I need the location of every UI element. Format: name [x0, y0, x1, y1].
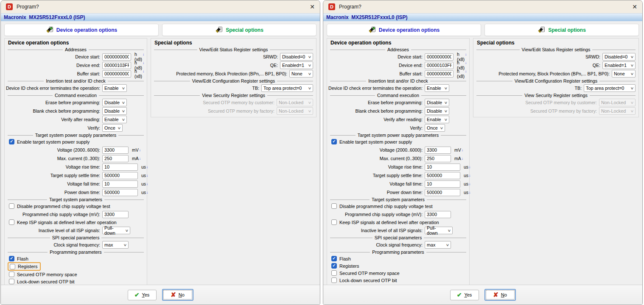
no-button[interactable]: ✘ No: [162, 289, 193, 301]
verify-after-select[interactable]: Enable∨: [102, 116, 127, 123]
tb-select[interactable]: Top area protect=0∨: [584, 84, 636, 92]
srwd-select[interactable]: Disabled=0∨: [280, 53, 313, 61]
lockdown-checkbox[interactable]: [9, 279, 14, 284]
down-arrow-icon: ↓: [146, 174, 148, 177]
id-check-select[interactable]: Enable∨: [102, 84, 127, 92]
chip-voltage-input[interactable]: [425, 211, 451, 218]
field-label: SRWD:: [263, 54, 278, 59]
erase-before-select[interactable]: Disable∨: [425, 99, 449, 106]
flash-checkbox[interactable]: [331, 256, 337, 261]
device-end-input[interactable]: [102, 62, 131, 69]
close-icon[interactable]: ✕: [310, 3, 315, 10]
voltage-input[interactable]: [425, 147, 451, 154]
field-label: SRWD:: [585, 54, 600, 59]
field-label: Voltage rise time:: [66, 164, 100, 169]
special-options-icon: [538, 26, 545, 34]
buffer-start-input[interactable]: [425, 70, 454, 78]
verify-after-select[interactable]: Enable∨: [425, 116, 449, 123]
section-target-system: Target system parameters: [8, 197, 144, 202]
qe-select[interactable]: Enabled=1∨: [280, 61, 313, 69]
device-start-input[interactable]: [102, 53, 131, 61]
checkbox-label: Lock-down secured OTP bit: [339, 278, 397, 283]
voltage-input[interactable]: [102, 147, 129, 154]
flash-checkbox[interactable]: [9, 256, 14, 261]
enable-power-checkbox[interactable]: [9, 139, 14, 144]
tab-device-operation-options[interactable]: Device operation options: [4, 24, 159, 36]
chevron-down-icon: ∨: [122, 109, 126, 113]
unit-label: mA↓: [454, 156, 463, 161]
checkbox-label: Keep ISP signals at defined level after …: [17, 220, 117, 225]
settle-time-input[interactable]: [102, 172, 138, 179]
rise-time-input[interactable]: [102, 164, 138, 171]
verify-select[interactable]: Once∨: [102, 124, 123, 132]
rise-time-input[interactable]: [425, 164, 460, 171]
device-end-input[interactable]: [425, 62, 454, 69]
srwd-select[interactable]: Disabled=0∨: [602, 53, 636, 61]
chevron-down-icon: ∨: [630, 64, 634, 67]
settle-time-input[interactable]: [425, 172, 460, 179]
chevron-down-icon: ∨: [630, 101, 634, 105]
chip-voltage-input[interactable]: [102, 211, 129, 218]
device-start-input[interactable]: [425, 53, 454, 61]
clock-frequency-select[interactable]: max∨: [102, 241, 129, 249]
blank-check-select[interactable]: Disable∨: [102, 107, 127, 115]
secured-otp-checkbox[interactable]: [331, 270, 337, 276]
secured-otp-checkbox[interactable]: [9, 272, 14, 277]
registers-row: Registers: [330, 262, 466, 269]
buffer-start-input[interactable]: [102, 70, 131, 78]
tab-device-label: Device operation options: [56, 27, 117, 33]
disable-voltage-test-checkbox[interactable]: [9, 203, 14, 209]
yes-button[interactable]: ✔ Yes: [128, 290, 157, 300]
tab-special-options[interactable]: Special options: [484, 24, 639, 36]
max-current-input[interactable]: [425, 155, 451, 162]
tab-special-label: Special options: [548, 27, 586, 33]
no-button[interactable]: ✘ No: [484, 289, 516, 301]
fall-time-input[interactable]: [102, 180, 138, 188]
enable-power-row: Enable target system power supply: [330, 138, 466, 145]
verify-select[interactable]: Once∨: [425, 124, 445, 132]
block-protection-select[interactable]: None∨: [289, 70, 313, 78]
blank-check-select[interactable]: Disable∨: [425, 107, 449, 115]
max-current-input[interactable]: [102, 155, 129, 162]
max-current-row: Max. current (0..300): mA↓: [8, 154, 144, 163]
field-label: Device ID check error terminates the ope…: [6, 86, 100, 91]
registers-checkbox[interactable]: [10, 264, 15, 269]
field-label: Buffer start:: [77, 71, 100, 76]
section-addresses: Addresses: [8, 47, 144, 53]
window-title: Program?: [339, 4, 361, 10]
erase-before-select[interactable]: Disable∨: [102, 99, 127, 106]
chevron-down-icon: ∨: [308, 72, 312, 76]
id-check-select[interactable]: Enable∨: [425, 84, 449, 92]
registers-checkbox[interactable]: [331, 263, 337, 269]
keep-isp-checkbox[interactable]: [9, 219, 14, 225]
unit-label: mV↓: [132, 147, 141, 152]
fall-time-input[interactable]: [425, 180, 460, 188]
registers-row: Registers: [8, 262, 41, 271]
settle-time-row: Target supply settle time: us↓: [8, 171, 144, 180]
lockdown-checkbox[interactable]: [331, 277, 337, 283]
keep-isp-checkbox[interactable]: [331, 219, 337, 225]
yes-button[interactable]: ✔ Yes: [450, 290, 479, 300]
qe-select[interactable]: Enabled=1∨: [602, 61, 636, 69]
disable-voltage-test-checkbox[interactable]: [331, 203, 337, 209]
qe-row: QE: Enabled=1∨: [154, 61, 313, 69]
tb-select[interactable]: Top area protect=0∨: [261, 84, 313, 92]
tab-device-operation-options[interactable]: Device operation options: [327, 24, 481, 36]
clock-frequency-select[interactable]: max∨: [425, 241, 451, 249]
close-icon[interactable]: ✕: [632, 3, 637, 10]
block-protection-select[interactable]: None∨: [612, 70, 636, 78]
block-protection-row: Protected memory, Block Protection (BPn,…: [154, 69, 313, 78]
enable-power-checkbox[interactable]: [331, 139, 337, 144]
field-label: Target supply settle time:: [373, 173, 423, 178]
inactive-level-select[interactable]: Pull-down∨: [102, 227, 130, 234]
cross-icon: ✘: [493, 291, 498, 299]
section-programming-params: Programming parameters: [330, 249, 466, 255]
power-down-input[interactable]: [425, 189, 460, 196]
no-label: No: [179, 292, 185, 297]
tab-special-options[interactable]: Special options: [162, 24, 316, 36]
inactive-level-select[interactable]: Pull-down∨: [425, 227, 453, 234]
tab-device-label: Device operation options: [379, 27, 440, 33]
chevron-down-icon: ∨: [123, 243, 127, 247]
buffer-start-row: Buffer start: h (x8)↓: [8, 69, 144, 78]
power-down-input[interactable]: [102, 189, 138, 196]
